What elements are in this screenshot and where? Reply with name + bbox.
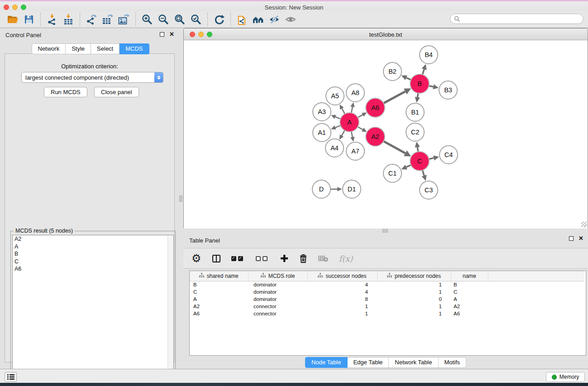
table-cell[interactable]: C [451, 288, 488, 295]
graph-edge-A-A5[interactable] [342, 109, 345, 114]
zoom-in-icon[interactable] [139, 12, 155, 27]
table-settings-gear-icon[interactable]: ⚙ [191, 253, 201, 263]
show-all-icon[interactable] [283, 12, 299, 27]
node-table[interactable]: shared nameMCDS rolesuccessor nodesprede… [189, 271, 586, 356]
tab-select[interactable]: Select [91, 43, 120, 54]
float-panel-icon[interactable] [160, 32, 164, 37]
toggle-columns-icon[interactable] [212, 255, 220, 262]
tab-node-table[interactable]: Node Table [305, 357, 348, 368]
export-network-icon[interactable] [83, 12, 100, 27]
table-row[interactable]: Adominator80A [190, 295, 584, 303]
graph-edge-C-C4[interactable] [429, 158, 434, 159]
graph-edge-A-A6[interactable] [358, 115, 363, 118]
graph-edge-A2-C[interactable] [383, 141, 405, 153]
horizontal-splitter-grip[interactable] [382, 229, 388, 233]
table-cell[interactable]: dominator [248, 281, 307, 288]
run-mcds-button[interactable]: Run MCDS [44, 87, 87, 97]
import-table-from-file-icon[interactable] [60, 12, 76, 27]
table-cell[interactable]: 1 [307, 303, 377, 310]
criterion-select[interactable]: largest connected component (directed) [21, 72, 163, 83]
delete-column-trash-icon[interactable] [299, 254, 307, 263]
first-neighbors-icon[interactable] [250, 12, 267, 27]
table-cell[interactable]: A [451, 295, 488, 303]
table-cell[interactable]: 8 [307, 295, 377, 303]
zoom-fit-icon[interactable] [172, 12, 188, 27]
table-row[interactable]: A2connector11A2 [190, 303, 584, 310]
save-session-icon[interactable] [21, 12, 37, 27]
graph-edge-C-C1[interactable] [406, 165, 411, 167]
network-canvas[interactable]: AA1A2A3A4A5A6A7A8BB1B2B3B4CC1C2C3C4DD1 [184, 40, 588, 229]
graph-edge-A-A8[interactable] [351, 107, 353, 113]
table-cell[interactable]: connector [248, 303, 307, 310]
import-network-from-file-icon[interactable] [44, 12, 60, 27]
vertical-splitter-grip[interactable] [179, 195, 182, 202]
graph-edge-C-C2[interactable] [417, 147, 418, 152]
result-item[interactable]: B [13, 250, 173, 258]
tab-style[interactable]: Style [66, 43, 91, 54]
result-scrollbar[interactable] [167, 235, 173, 384]
result-item[interactable]: A6 [13, 265, 173, 273]
table-cell[interactable]: A6 [190, 310, 248, 317]
table-row[interactable]: Bdominator41B [190, 281, 584, 288]
table-cell[interactable]: 0 [377, 295, 451, 303]
table-cell[interactable]: C [190, 288, 248, 295]
graph-edge-A-A1[interactable] [335, 125, 341, 127]
tab-network[interactable]: Network [31, 43, 66, 54]
graph-edge-B-B4[interactable] [422, 69, 424, 75]
result-item[interactable]: A2 [13, 235, 173, 243]
table-cell[interactable]: 1 [377, 303, 451, 310]
clear-selection-checkboxes-icon[interactable] [256, 256, 269, 261]
table-cell[interactable]: 1 [377, 281, 451, 288]
graph-edge-A-A4[interactable] [342, 130, 345, 135]
table-cell[interactable]: A2 [190, 303, 248, 310]
graph-edge-A-A3[interactable] [335, 117, 341, 119]
export-table-icon[interactable] [100, 12, 116, 27]
memory-button[interactable]: Memory [546, 372, 585, 382]
table-cell[interactable]: A2 [451, 303, 488, 310]
select-all-checkboxes-icon[interactable] [231, 256, 245, 261]
graph-edge-C-C3[interactable] [422, 170, 424, 176]
table-cell[interactable]: 1 [307, 310, 377, 317]
table-cell[interactable]: dominator [248, 295, 307, 303]
mcds-result-list[interactable]: A2ABCA6 [12, 235, 174, 385]
graph-edge-A-A2[interactable] [358, 127, 363, 129]
zoom-out-icon[interactable] [155, 12, 172, 27]
close-panel-button[interactable]: Close panel [94, 87, 139, 97]
table-cell[interactable]: dominator [248, 288, 307, 295]
hide-selected-icon[interactable] [267, 12, 283, 27]
table-cell[interactable]: 1 [377, 310, 451, 317]
table-cell[interactable]: connector [248, 310, 307, 317]
tab-network-table[interactable]: Network Table [389, 357, 438, 368]
table-cell[interactable]: 4 [307, 281, 377, 288]
graph-edge-B-B1[interactable] [417, 93, 418, 97]
show-panel-list-button[interactable] [5, 372, 17, 382]
zoom-selected-icon[interactable] [188, 12, 204, 27]
new-network-from-selection-icon[interactable] [234, 12, 250, 27]
table-cell[interactable]: A [190, 295, 248, 303]
graph-edge-B-B2[interactable] [406, 78, 411, 80]
graph-edge-B-B3[interactable] [429, 86, 433, 87]
search-input[interactable] [462, 16, 579, 22]
table-cell[interactable]: 4 [307, 288, 377, 295]
column-header-name[interactable]: name [451, 271, 488, 281]
table-row[interactable]: Cdominator41C [190, 288, 584, 295]
close-panel-icon[interactable]: ✕ [169, 32, 174, 37]
column-header-predecessor-nodes[interactable]: predecessor nodes [377, 271, 451, 281]
table-cell[interactable]: B [190, 281, 248, 288]
close-panel-icon[interactable]: ✕ [578, 236, 583, 241]
table-cell[interactable]: 1 [377, 288, 451, 295]
table-row[interactable]: A6connector11A6 [190, 310, 584, 317]
search-box[interactable] [450, 14, 583, 24]
float-panel-icon[interactable] [569, 236, 574, 241]
window-resize-grip[interactable] [581, 222, 587, 227]
result-item[interactable]: C [13, 258, 173, 266]
tab-edge-table[interactable]: Edge Table [347, 357, 389, 368]
refresh-view-icon[interactable] [211, 12, 227, 27]
graph-edge-A6-B[interactable] [383, 91, 405, 103]
graph-edge-A-A7[interactable] [351, 132, 352, 137]
column-header-successor-nodes[interactable]: successor nodes [307, 271, 377, 281]
column-header-shared-name[interactable]: shared name [190, 271, 248, 281]
tab-motifs[interactable]: Motifs [438, 357, 466, 368]
create-column-plus-icon[interactable] [280, 254, 288, 262]
table-cell[interactable]: B [451, 281, 488, 288]
